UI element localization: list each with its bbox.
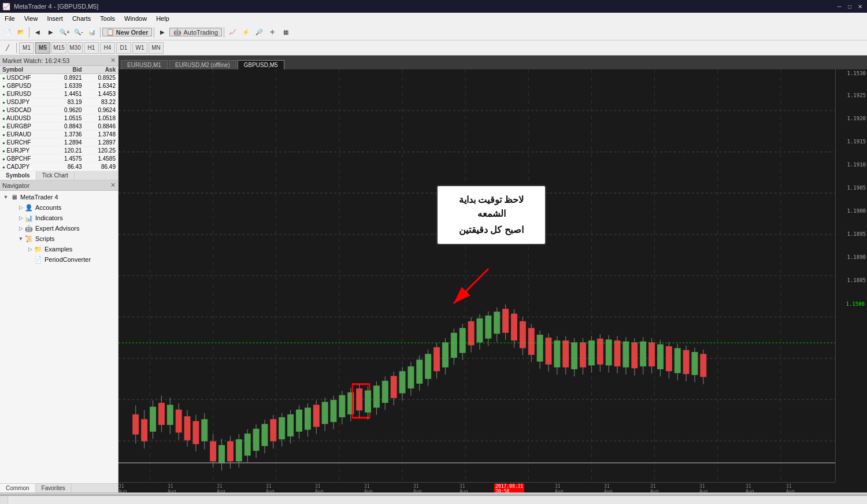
crosshair-btn[interactable]: ✛	[266, 26, 279, 39]
tab-common[interactable]: Common	[0, 484, 36, 492]
zoom-in-btn[interactable]: 🔍+	[58, 26, 72, 39]
menu-help[interactable]: Help	[151, 13, 174, 24]
grid-btn[interactable]: ▦	[279, 26, 292, 39]
close-button[interactable]: ✕	[855, 2, 865, 11]
tree-periodconverter[interactable]: 📄 PeriodConverter	[1, 254, 117, 265]
period-sep-btn[interactable]: ⚡	[239, 26, 252, 39]
svg-rect-79	[373, 386, 379, 407]
chart-tab-eurusd-m1[interactable]: EURUSD,M1	[121, 60, 168, 69]
sep2	[100, 27, 101, 38]
chart-tab-eurusd-m2[interactable]: EURUSD,M2 (offline)	[169, 60, 236, 69]
app-icon: 📈	[2, 3, 10, 10]
svg-rect-54	[271, 420, 276, 441]
tree-label-indicators: Indicators	[35, 214, 63, 221]
tree-expert-advisors[interactable]: ▷ 🤖 Expert Advisors	[1, 223, 117, 234]
svg-rect-115	[528, 328, 534, 354]
timeframe-m15[interactable]: M15	[51, 42, 66, 54]
market-watch-row[interactable]: ● EURCHF 1.2894 1.2897	[0, 139, 118, 147]
toolbar2: ╱ M1 M5 M15 M30 H1 H4 D1 W1 MN	[0, 40, 867, 55]
new-order-button[interactable]: 📋 New Order	[102, 28, 153, 36]
svg-rect-22	[133, 415, 139, 434]
menu-charts[interactable]: Charts	[68, 13, 95, 24]
col-bid: Bid	[50, 66, 84, 74]
navigator-close[interactable]: ✕	[110, 181, 116, 189]
svg-rect-141	[640, 342, 646, 366]
menu-file[interactable]: File	[0, 13, 20, 24]
market-watch-row[interactable]: ● USDCAD 0.9620 0.9624	[0, 106, 118, 114]
chart-tabs: EURUSD,M1 EURUSD,M2 (offline) GBPUSD,M5	[118, 55, 867, 69]
market-watch-row[interactable]: ● USDJPY 83.19 83.22	[0, 98, 118, 106]
svg-rect-103	[477, 319, 483, 342]
svg-rect-24	[142, 420, 147, 441]
new-chart-btn[interactable]: 📄	[1, 26, 14, 39]
svg-rect-123	[563, 341, 569, 367]
svg-rect-66	[322, 402, 328, 424]
svg-rect-93	[434, 348, 440, 371]
svg-rect-109	[503, 309, 509, 332]
market-watch-row[interactable]: ● EURAUD 1.3736 1.3748	[0, 131, 118, 139]
menu-view[interactable]: View	[20, 13, 43, 24]
svg-rect-155	[701, 354, 706, 376]
minimize-button[interactable]: ─	[835, 2, 844, 11]
market-watch-row[interactable]: ● GBPUSD 1.6339 1.6342	[0, 82, 118, 90]
navigator-title: Navigator	[2, 182, 29, 189]
tree-examples[interactable]: ▷ 📁 Examples	[1, 244, 117, 254]
market-watch-row[interactable]: ● USDCHF 0.8921 0.8925	[0, 74, 118, 82]
svg-rect-48	[244, 434, 250, 455]
menu-tools[interactable]: Tools	[95, 13, 120, 24]
market-watch-row[interactable]: ● CADJPY 86.43 86.49	[0, 163, 118, 171]
expand-indicators: ▷	[17, 215, 24, 221]
titlebar-controls: ─ □ ✕	[835, 2, 865, 11]
forward-btn[interactable]: ▶	[45, 26, 57, 39]
timeframe-h4[interactable]: H4	[100, 42, 115, 54]
timeframe-mn[interactable]: MN	[149, 42, 164, 54]
timeframe-w1[interactable]: W1	[132, 42, 147, 54]
svg-rect-64	[313, 405, 319, 427]
left-panel: Market Watch: 16:24:53 ✕ Symbol Bid Ask …	[0, 55, 118, 492]
market-watch: Market Watch: 16:24:53 ✕ Symbol Bid Ask …	[0, 55, 118, 171]
svg-rect-137	[623, 342, 629, 367]
tab-symbols[interactable]: Symbols	[0, 171, 36, 180]
indicators-btn[interactable]: 📈	[226, 26, 239, 39]
market-watch-row[interactable]: ● EURGBP 0.8843 0.8846	[0, 123, 118, 131]
market-watch-row[interactable]: ● EURUSD 1.4451 1.4453	[0, 90, 118, 98]
timeframe-m5[interactable]: M5	[35, 42, 50, 54]
market-watch-close[interactable]: ✕	[110, 57, 116, 64]
svg-rect-60	[297, 410, 302, 431]
maximize-button[interactable]: □	[845, 2, 854, 11]
svg-rect-95	[442, 343, 448, 367]
back-btn[interactable]: ◀	[31, 26, 44, 39]
tree-accounts[interactable]: ▷ 👤 Accounts	[1, 202, 117, 213]
svg-rect-44	[227, 442, 233, 461]
tree-metatrader4[interactable]: ▼ 🖥 MetaTrader 4	[1, 192, 117, 202]
open-btn[interactable]: 📂	[14, 26, 27, 39]
tab-favorites[interactable]: Favorites	[36, 484, 72, 492]
tree-scripts[interactable]: ▼ 📜 Scripts	[1, 234, 117, 244]
svg-rect-129	[588, 341, 594, 365]
tab-tick-chart[interactable]: Tick Chart	[36, 171, 75, 180]
timeframe-d1[interactable]: D1	[116, 42, 131, 54]
indicators-icon: 📊	[24, 213, 34, 223]
market-watch-row[interactable]: ● GBPCHF 1.4575 1.4585	[0, 155, 118, 163]
chart-type-btn[interactable]: 📊	[86, 26, 98, 39]
timeframe-m30[interactable]: M30	[68, 42, 83, 54]
timeframe-h1[interactable]: H1	[84, 42, 99, 54]
menu-window[interactable]: Window	[120, 13, 151, 24]
titlebar: 📈 MetaTrader 4 - [GBPUSD,M5] ─ □ ✕	[0, 0, 867, 13]
svg-rect-117	[537, 335, 543, 361]
autotrading-icon-btn[interactable]: ▶	[156, 26, 169, 39]
autotrading-button[interactable]: 🤖 AutoTrading	[169, 28, 222, 36]
svg-rect-97	[451, 333, 457, 358]
accounts-icon: 👤	[24, 203, 34, 212]
timeframe-m1[interactable]: M1	[19, 42, 34, 54]
tree-indicators[interactable]: ▷ 📊 Indicators	[1, 213, 117, 223]
zoom-out-btn[interactable]: 🔍-	[72, 26, 85, 39]
line-tool[interactable]: ╱	[1, 42, 14, 54]
zoom-chart-btn[interactable]: 🔎	[253, 26, 265, 39]
menu-insert[interactable]: Insert	[42, 13, 68, 24]
chart-tab-gbpusd-m5[interactable]: GBPUSD,M5	[238, 60, 284, 69]
market-watch-row[interactable]: ● EURJPY 120.21 120.25	[0, 147, 118, 155]
sep4	[224, 27, 224, 38]
svg-rect-89	[417, 360, 423, 383]
market-watch-row[interactable]: ● AUDUSD 1.0515 1.0518	[0, 114, 118, 123]
